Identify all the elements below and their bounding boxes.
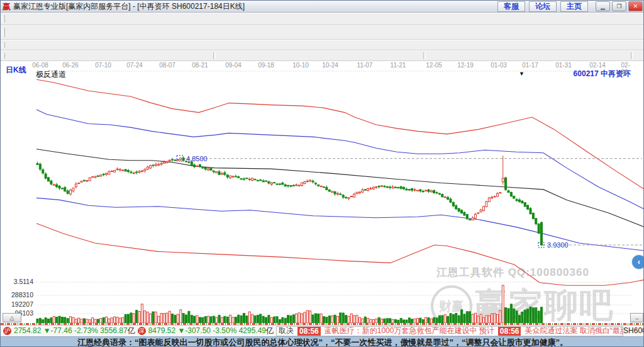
candle[interactable]	[152, 165, 154, 168]
candle[interactable]	[516, 198, 518, 202]
scroll-right-button[interactable]: →	[630, 313, 643, 322]
candle[interactable]	[248, 178, 250, 181]
candle[interactable]	[226, 174, 228, 179]
candle[interactable]	[243, 177, 245, 180]
candle[interactable]	[64, 186, 66, 191]
candle[interactable]	[92, 176, 94, 178]
candle[interactable]	[230, 176, 231, 179]
candle[interactable]	[367, 188, 369, 191]
titlebar-link-主页[interactable]: 主页	[560, 1, 588, 12]
candle[interactable]	[392, 185, 394, 189]
candle[interactable]	[100, 175, 102, 177]
candle[interactable]	[80, 181, 82, 183]
candle[interactable]	[508, 190, 509, 192]
candle[interactable]	[276, 183, 278, 185]
candle[interactable]	[419, 189, 421, 193]
candle[interactable]	[336, 191, 338, 196]
candle[interactable]	[334, 191, 336, 196]
candle[interactable]	[290, 185, 292, 187]
candle[interactable]	[527, 205, 529, 210]
candle[interactable]	[56, 183, 58, 188]
candle[interactable]	[331, 191, 333, 193]
candle[interactable]	[150, 165, 152, 169]
candle[interactable]	[430, 190, 432, 192]
candle[interactable]	[397, 186, 399, 188]
candle[interactable]	[265, 181, 267, 182]
titlebar-link-客服[interactable]: 客服	[497, 1, 525, 12]
candle[interactable]	[472, 216, 474, 220]
candle[interactable]	[502, 156, 504, 185]
candle[interactable]	[155, 162, 157, 166]
candle[interactable]	[486, 201, 487, 207]
candle[interactable]	[524, 202, 526, 207]
candle[interactable]	[298, 185, 300, 186]
candle[interactable]	[213, 170, 214, 173]
candle[interactable]	[257, 180, 258, 181]
toolbar-grip[interactable]	[2, 28, 5, 37]
candle[interactable]	[103, 173, 104, 176]
candle[interactable]	[499, 192, 501, 193]
candle[interactable]	[160, 162, 162, 166]
candle[interactable]	[422, 190, 424, 193]
candle[interactable]	[196, 165, 198, 166]
candle[interactable]	[194, 163, 196, 168]
candle[interactable]	[345, 196, 347, 199]
candle[interactable]	[521, 200, 523, 203]
candle[interactable]	[348, 197, 350, 200]
candle[interactable]	[58, 185, 60, 190]
candle[interactable]	[378, 185, 380, 188]
candle[interactable]	[320, 186, 322, 187]
candle[interactable]	[441, 193, 443, 197]
candle[interactable]	[177, 159, 179, 160]
candle[interactable]	[304, 181, 306, 184]
candle[interactable]	[452, 202, 454, 208]
candle[interactable]	[389, 186, 391, 190]
candle[interactable]	[301, 183, 303, 186]
candle[interactable]	[136, 171, 138, 174]
candle[interactable]	[89, 177, 91, 181]
candle[interactable]	[166, 161, 168, 163]
chevron-down-icon[interactable]: ▼	[519, 71, 525, 77]
candle[interactable]	[202, 168, 204, 169]
candle[interactable]	[50, 179, 52, 185]
candle[interactable]	[408, 189, 410, 191]
restore-button[interactable]: ❐	[612, 1, 626, 11]
candle[interactable]	[147, 166, 148, 170]
candle[interactable]	[94, 176, 96, 178]
candle[interactable]	[270, 182, 272, 186]
news-ticker[interactable]: 取决08:56蓝帆医疗：新的1000万套急救包产能在建设中 预计08:56美众院…	[276, 326, 623, 336]
candle[interactable]	[350, 196, 352, 196]
titlebar-link-论坛[interactable]: 论坛	[529, 1, 557, 12]
candle[interactable]	[513, 196, 515, 198]
candle[interactable]	[75, 182, 77, 188]
candle[interactable]	[221, 172, 223, 175]
candle[interactable]	[61, 188, 63, 190]
candle[interactable]	[235, 174, 236, 177]
candle[interactable]	[53, 184, 55, 186]
candle[interactable]	[519, 198, 521, 203]
candle[interactable]	[483, 206, 485, 212]
candle[interactable]	[108, 170, 110, 174]
candle[interactable]	[216, 171, 218, 173]
candle[interactable]	[541, 222, 543, 246]
candle[interactable]	[312, 179, 314, 183]
candle[interactable]	[474, 213, 476, 220]
candle[interactable]	[199, 164, 201, 168]
candle[interactable]	[326, 185, 328, 190]
candle[interactable]	[444, 196, 446, 198]
candle[interactable]	[384, 185, 386, 188]
candle[interactable]	[496, 192, 498, 197]
candle[interactable]	[505, 177, 507, 191]
candle[interactable]	[375, 186, 377, 189]
candle[interactable]	[97, 175, 99, 176]
toolbar-grip[interactable]	[2, 15, 5, 23]
candle[interactable]	[464, 212, 465, 216]
candle[interactable]	[144, 168, 146, 173]
candle[interactable]	[106, 173, 108, 176]
candle[interactable]	[180, 157, 182, 161]
candle[interactable]	[491, 196, 493, 199]
close-button[interactable]: ✕	[628, 1, 643, 11]
toolbar-grip[interactable]	[2, 53, 5, 59]
candle[interactable]	[488, 197, 490, 202]
candle[interactable]	[260, 179, 262, 181]
